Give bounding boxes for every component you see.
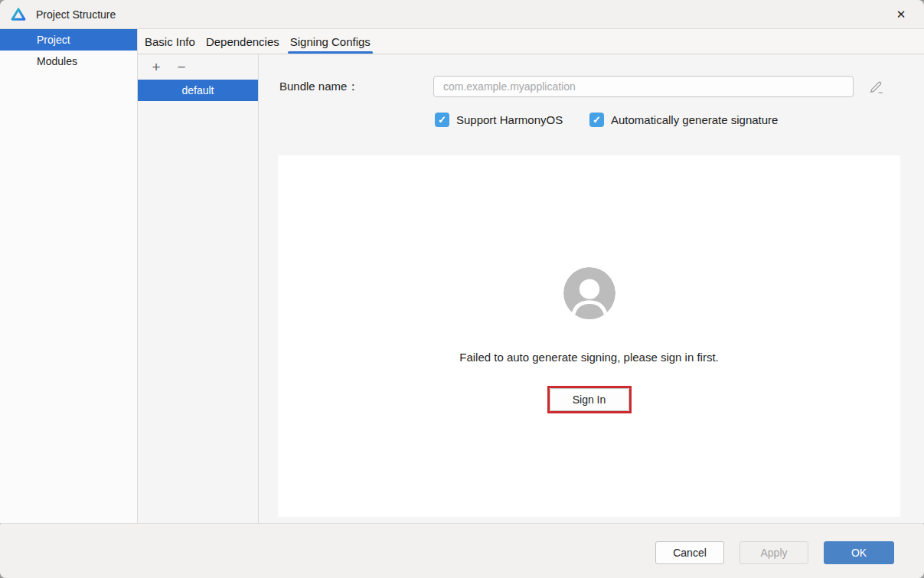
cancel-button[interactable]: Cancel	[655, 541, 724, 564]
sign-in-button[interactable]: Sign In	[550, 388, 629, 411]
close-icon[interactable]: ✕	[887, 0, 915, 28]
dialog-body: Project Modules Basic Info Dependencies …	[0, 28, 924, 524]
support-harmonyos-option: ✓ Support HarmonyOS	[435, 113, 563, 127]
auto-generate-signature-option: ✓ Automatically generate signature	[589, 113, 778, 127]
sidebar-item-project[interactable]: Project	[0, 29, 137, 51]
content-row: + − default Bundle name：	[138, 54, 924, 523]
signing-failure-message: Failed to auto generate signing, please …	[278, 349, 900, 366]
signing-configs-content: Bundle name： ✓ Support HarmonyOS ✓	[259, 54, 924, 523]
dialog-footer: Cancel Apply OK	[0, 524, 924, 578]
deveco-studio-logo-icon	[11, 7, 26, 22]
tab-signing-configs[interactable]: Signing Configs	[286, 29, 375, 54]
bundle-name-label: Bundle name：	[279, 76, 358, 97]
support-harmonyos-label: Support HarmonyOS	[456, 113, 563, 126]
sidebar: Project Modules	[0, 29, 138, 523]
tab-bar: Basic Info Dependencies Signing Configs	[138, 29, 924, 54]
auto-generate-signature-checkbox[interactable]: ✓	[589, 113, 604, 127]
auto-generate-signature-label: Automatically generate signature	[611, 113, 778, 126]
apply-button[interactable]: Apply	[740, 541, 808, 564]
ok-button[interactable]: OK	[824, 541, 894, 564]
user-avatar-icon	[563, 266, 616, 320]
project-structure-dialog: Project Structure ✕ Project Modules Basi…	[0, 0, 924, 578]
remove-config-icon[interactable]: −	[175, 60, 188, 74]
support-harmonyos-checkbox[interactable]: ✓	[435, 113, 449, 127]
edit-pencil-icon[interactable]	[869, 79, 884, 94]
tab-dependencies[interactable]: Dependencies	[201, 29, 284, 54]
bundle-name-input[interactable]	[433, 76, 854, 97]
config-list-toolbar: + −	[138, 54, 258, 80]
tab-basic-info[interactable]: Basic Info	[140, 29, 200, 54]
add-config-icon[interactable]: +	[149, 60, 163, 74]
sidebar-item-modules[interactable]: Modules	[0, 51, 137, 72]
title-bar: Project Structure ✕	[0, 0, 924, 28]
dialog-title: Project Structure	[36, 8, 116, 21]
signing-config-list-panel: + − default	[138, 54, 259, 523]
right-column: Basic Info Dependencies Signing Configs …	[138, 29, 924, 523]
signing-status-card: Failed to auto generate signing, please …	[278, 155, 900, 517]
sign-in-highlight-box: Sign In	[547, 386, 632, 413]
config-item-default[interactable]: default	[138, 80, 258, 101]
